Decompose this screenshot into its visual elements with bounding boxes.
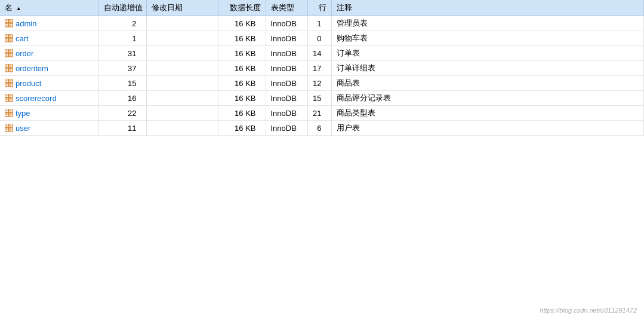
col-header-name[interactable]: 名 ▲ — [0, 0, 98, 16]
main-container: 名 ▲ 自动递增值 修改日期 数据长度 表类型 行 — [0, 0, 644, 321]
cell-data-length: 16 KB — [218, 91, 266, 106]
watermark: https://blog.csdn.net/u011291472 — [540, 307, 637, 314]
cell-name: cart — [0, 31, 98, 46]
table-row[interactable]: order3116 KBInnoDB14订单表 — [0, 46, 644, 61]
cell-rows: 1 — [307, 16, 331, 31]
table-row[interactable]: scorerecord1616 KBInnoDB15商品评分记录表 — [0, 91, 644, 106]
table-row[interactable]: admin216 KBInnoDB1管理员表 — [0, 16, 644, 31]
table-name-link[interactable]: cart — [16, 34, 29, 43]
cell-comment: 商品表 — [331, 76, 644, 91]
table-name-link[interactable]: type — [16, 109, 30, 118]
cell-auto-increment: 11 — [98, 121, 146, 136]
table-row[interactable]: user1116 KBInnoDB6用户表 — [0, 121, 644, 136]
cell-name: type — [0, 106, 98, 121]
cell-comment: 商品评分记录表 — [331, 91, 644, 106]
cell-auto-increment: 22 — [98, 106, 146, 121]
cell-data-length: 16 KB — [218, 31, 266, 46]
cell-rows: 15 — [307, 91, 331, 106]
cell-rows: 14 — [307, 46, 331, 61]
cell-auto-increment: 31 — [98, 46, 146, 61]
cell-data-length: 16 KB — [218, 76, 266, 91]
cell-engine: InnoDB — [266, 76, 307, 91]
col-header-auto-increment[interactable]: 自动递增值 — [98, 0, 146, 16]
table-grid-icon — [5, 94, 13, 102]
table-name-link[interactable]: orderitem — [16, 64, 48, 73]
table-grid-icon — [5, 124, 13, 132]
cell-modified — [146, 91, 218, 106]
cell-name: orderitem — [0, 61, 98, 76]
cell-auto-increment: 15 — [98, 76, 146, 91]
cell-name: admin — [0, 16, 98, 31]
table-row[interactable]: product1516 KBInnoDB12商品表 — [0, 76, 644, 91]
cell-engine: InnoDB — [266, 61, 307, 76]
cell-modified — [146, 106, 218, 121]
col-header-modified[interactable]: 修改日期 — [146, 0, 218, 16]
table-row[interactable]: cart116 KBInnoDB0购物车表 — [0, 31, 644, 46]
cell-rows: 12 — [307, 76, 331, 91]
cell-name: scorerecord — [0, 91, 98, 106]
cell-modified — [146, 31, 218, 46]
table-name-link[interactable]: order — [16, 49, 33, 58]
table-name-link[interactable]: scorerecord — [16, 94, 57, 103]
cell-auto-increment: 37 — [98, 61, 146, 76]
cell-comment: 订单详细表 — [331, 61, 644, 76]
col-header-data-length[interactable]: 数据长度 — [218, 0, 266, 16]
cell-comment: 订单表 — [331, 46, 644, 61]
table-row[interactable]: orderitem3716 KBInnoDB17订单详细表 — [0, 61, 644, 76]
cell-name: user — [0, 121, 98, 136]
cell-data-length: 16 KB — [218, 121, 266, 136]
cell-data-length: 16 KB — [218, 106, 266, 121]
cell-engine: InnoDB — [266, 31, 307, 46]
table-header-row: 名 ▲ 自动递增值 修改日期 数据长度 表类型 行 — [0, 0, 644, 16]
cell-engine: InnoDB — [266, 46, 307, 61]
cell-name: product — [0, 76, 98, 91]
cell-modified — [146, 76, 218, 91]
cell-rows: 0 — [307, 31, 331, 46]
cell-data-length: 16 KB — [218, 61, 266, 76]
table-name-link[interactable]: product — [16, 79, 41, 88]
cell-engine: InnoDB — [266, 106, 307, 121]
table-grid-icon — [5, 34, 13, 42]
cell-auto-increment: 1 — [98, 31, 146, 46]
col-header-comment[interactable]: 注释 — [331, 0, 644, 16]
col-header-rows[interactable]: 行 — [307, 0, 331, 16]
cell-modified — [146, 61, 218, 76]
cell-comment: 商品类型表 — [331, 106, 644, 121]
cell-name: order — [0, 46, 98, 61]
cell-modified — [146, 46, 218, 61]
table-grid-icon — [5, 79, 13, 87]
table-grid-icon — [5, 19, 13, 27]
tables-list: 名 ▲ 自动递增值 修改日期 数据长度 表类型 行 — [0, 0, 644, 136]
cell-comment: 购物车表 — [331, 31, 644, 46]
table-grid-icon — [5, 49, 13, 57]
cell-modified — [146, 121, 218, 136]
cell-auto-increment: 2 — [98, 16, 146, 31]
table-grid-icon — [5, 64, 13, 72]
table-name-link[interactable]: admin — [16, 19, 36, 28]
table-row[interactable]: type2216 KBInnoDB21商品类型表 — [0, 106, 644, 121]
cell-auto-increment: 16 — [98, 91, 146, 106]
table-name-link[interactable]: user — [16, 124, 30, 133]
sort-arrow-name: ▲ — [16, 5, 21, 11]
cell-engine: InnoDB — [266, 16, 307, 31]
cell-rows: 17 — [307, 61, 331, 76]
table-body: admin216 KBInnoDB1管理员表 cart116 KBInnoDB0… — [0, 16, 644, 136]
cell-rows: 21 — [307, 106, 331, 121]
cell-modified — [146, 16, 218, 31]
cell-data-length: 16 KB — [218, 46, 266, 61]
cell-engine: InnoDB — [266, 91, 307, 106]
cell-comment: 用户表 — [331, 121, 644, 136]
cell-rows: 6 — [307, 121, 331, 136]
cell-comment: 管理员表 — [331, 16, 644, 31]
table-grid-icon — [5, 109, 13, 117]
col-header-engine[interactable]: 表类型 — [266, 0, 307, 16]
cell-data-length: 16 KB — [218, 16, 266, 31]
cell-engine: InnoDB — [266, 121, 307, 136]
